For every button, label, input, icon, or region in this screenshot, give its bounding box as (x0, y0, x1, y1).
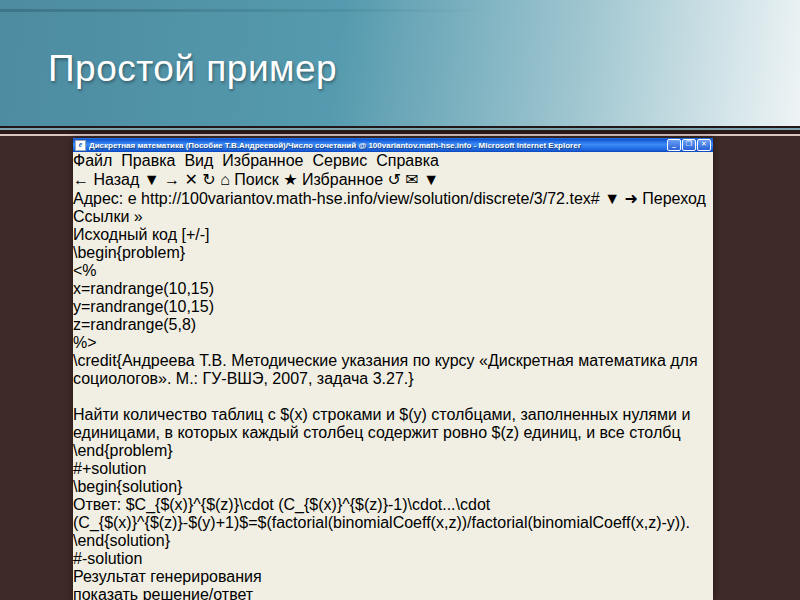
menu-bar: ФайлПравкаВидИзбранноеСервисСправка (73, 152, 713, 170)
favorites-button[interactable]: ★ Избранное (283, 171, 387, 188)
history-button[interactable]: ↺ (387, 171, 400, 188)
forward-button[interactable]: → (164, 171, 184, 188)
source-heading-text: Исходный код (73, 226, 177, 243)
back-dropdown-icon[interactable]: ▼ (144, 171, 160, 188)
minimize-button[interactable]: _ (667, 139, 681, 151)
favorites-star-icon: ★ (283, 171, 297, 188)
stop-button[interactable]: ✕ (185, 171, 198, 188)
mail-dropdown-icon[interactable]: ▼ (423, 171, 439, 188)
code-line: \credit{Андреева Т.В. Методические указа… (73, 352, 713, 388)
go-label: Переход (642, 190, 706, 207)
code-line: <% (73, 262, 713, 280)
code-line: #+solution (73, 460, 713, 478)
code-line: \end{problem} (73, 442, 713, 460)
result-heading: Результат генерирования (73, 568, 713, 586)
links-chevron-icon: » (134, 208, 143, 225)
browser-titlebar: e Дискретная математика (Пособие Т.В.Анд… (73, 138, 713, 152)
code-line: \begin{problem} (73, 244, 713, 262)
code-line: \end{solution} (73, 532, 713, 550)
refresh-button[interactable]: ↻ (202, 171, 215, 188)
code-line: \begin{solution} (73, 478, 713, 496)
page-content: Исходный код [+/-] \begin{problem}<% x=r… (73, 226, 713, 600)
slide-header: Простой пример (0, 0, 800, 126)
mail-icon: ✉ (405, 171, 418, 188)
menu-item-5[interactable]: Справка (376, 152, 439, 170)
presentation-slide: Простой пример e Дискретная математика (… (0, 0, 800, 600)
code-line: %> (73, 334, 713, 352)
menu-item-1[interactable]: Правка (121, 152, 175, 170)
show-solution-link[interactable]: показать решение/ответ (73, 586, 253, 600)
code-line: y=randrange(10,15) (73, 298, 713, 316)
links-label: Ссылки (73, 208, 129, 225)
address-dropdown-icon[interactable]: ▼ (604, 190, 620, 207)
menu-items: ФайлПравкаВидИзбранноеСервисСправка (73, 152, 713, 170)
back-label: Назад (93, 171, 139, 188)
code-line: x=randrange(10,15) (73, 280, 713, 298)
favorites-label: Избранное (302, 171, 383, 188)
address-input[interactable]: e http://100variantov.math-hse.info/view… (128, 190, 604, 207)
slide-title: Простой пример (48, 48, 337, 90)
browser-screenshot: e Дискретная математика (Пособие Т.В.Анд… (73, 138, 713, 600)
ie-page-icon: e (75, 140, 86, 151)
source-toggle-link[interactable]: [+/-] (181, 226, 209, 243)
source-code: \begin{problem}<% x=randrange(10,15) y=r… (73, 244, 713, 568)
page-favicon: e (128, 190, 137, 207)
window-controls: _ ❐ ✕ (667, 139, 711, 151)
close-button[interactable]: ✕ (697, 139, 711, 151)
address-label: Адрес: (73, 190, 123, 207)
code-line: #-solution (73, 550, 713, 568)
divider (0, 134, 800, 136)
mail-button[interactable]: ✉ ▼ (405, 171, 439, 188)
code-line (73, 388, 713, 406)
window-title: Дискретная математика (Пособие Т.В.Андре… (89, 141, 664, 150)
go-arrow-icon: ➜ (624, 190, 637, 207)
menu-item-2[interactable]: Вид (184, 152, 213, 170)
search-button[interactable]: Поиск (234, 171, 283, 188)
links-toolbar[interactable]: Ссылки » (73, 208, 143, 225)
menu-item-0[interactable]: Файл (73, 152, 112, 170)
forward-icon: → (164, 171, 180, 188)
menu-item-3[interactable]: Избранное (222, 152, 303, 170)
address-bar: Адрес: e http://100variantov.math-hse.in… (73, 189, 713, 226)
back-button[interactable]: ← Назад ▼ (73, 171, 164, 188)
code-line: Найти количество таблиц с $(x) строками … (73, 406, 713, 442)
address-url: http://100variantov.math-hse.info/view/s… (141, 190, 600, 207)
menu-item-4[interactable]: Сервис (312, 152, 367, 170)
browser-body: Исходный код [+/-] \begin{problem}<% x=r… (73, 226, 713, 600)
go-button[interactable]: ➜ Переход (624, 190, 705, 207)
search-label: Поиск (234, 171, 278, 188)
browser-toolbar: ← Назад ▼ → ✕ ↻ ⌂ Поиск ★ Избранное ↺ ✉ (73, 170, 713, 189)
code-line: Ответ: $C_{$(x)}^{$(z)}\cdot (C_{$(x)}^{… (73, 496, 713, 532)
source-heading: Исходный код [+/-] (73, 226, 713, 244)
code-line: z=randrange(5,8) (73, 316, 713, 334)
back-icon: ← (73, 171, 89, 188)
header-stripe (0, 9, 496, 12)
maximize-button[interactable]: ❐ (682, 139, 696, 151)
home-button[interactable]: ⌂ (220, 171, 230, 188)
